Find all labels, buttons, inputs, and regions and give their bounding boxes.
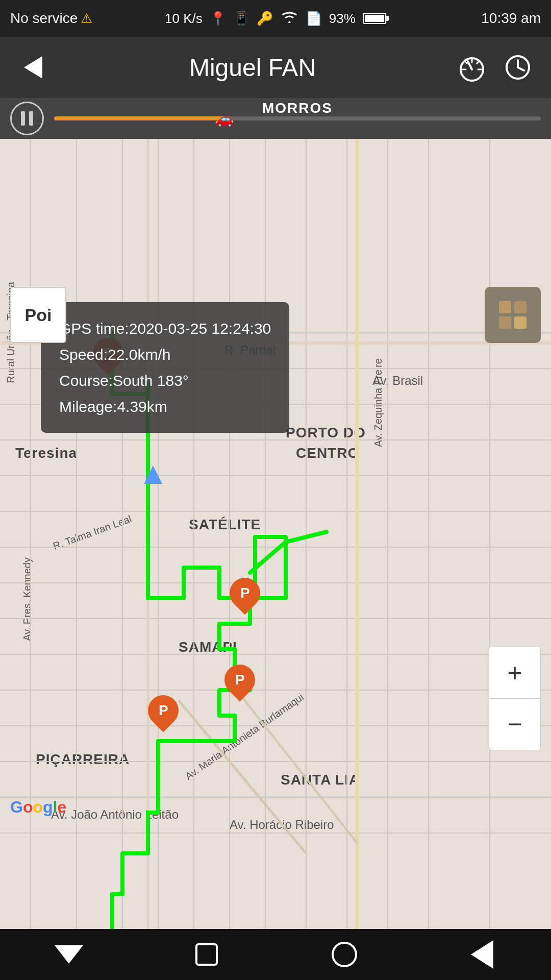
nav-bar <box>0 929 551 980</box>
svg-rect-43 <box>514 301 527 313</box>
map-pin-4: P <box>148 695 179 726</box>
svg-rect-41 <box>499 301 511 313</box>
status-bar: No service ⚠ 10 K/s 📍 📱 🔑 📄 93% 10:39 am <box>0 0 551 37</box>
map-pin-3: P <box>224 665 255 695</box>
svg-rect-42 <box>499 316 511 329</box>
nav-home-button[interactable] <box>314 934 375 975</box>
gps-speed: Speed:22.0km/h <box>59 341 271 368</box>
location-label: MORROS <box>262 100 333 116</box>
progress-track[interactable]: MORROS 🚗 <box>54 116 541 120</box>
history-button[interactable] <box>500 50 536 85</box>
gps-popup: GPS time:2020-03-25 12:24:30 Speed:22.0k… <box>41 302 289 433</box>
location-icon: 📍 <box>210 11 226 27</box>
map-pin-2: P <box>230 578 260 608</box>
svg-rect-44 <box>514 316 527 329</box>
nav-square-button[interactable] <box>176 934 237 975</box>
zoom-out-button[interactable]: − <box>489 699 540 750</box>
playback-bar: MORROS 🚗 <box>0 98 551 139</box>
battery-percent: 93% <box>329 11 356 27</box>
speed-text: 10 K/s <box>165 11 203 27</box>
key-icon: 🔑 <box>257 11 273 27</box>
wifi-icon <box>280 10 298 28</box>
file-icon: 📄 <box>306 11 322 27</box>
header-icons <box>454 50 536 85</box>
gps-mileage: Mileage:4.39km <box>59 394 271 420</box>
gps-course: Course:South 183° <box>59 368 271 394</box>
google-logo: Google <box>10 798 66 817</box>
speedometer-button[interactable] <box>454 50 490 85</box>
time-text: 10:39 am <box>481 10 541 27</box>
warning-icon: ⚠ <box>81 11 92 27</box>
phone-icon: 📱 <box>233 11 249 27</box>
poi-button[interactable]: Poi <box>10 287 66 343</box>
layer-toggle-button[interactable] <box>485 287 541 343</box>
pause-button[interactable] <box>10 102 44 135</box>
nav-back-button[interactable] <box>452 934 513 975</box>
svg-line-40 <box>224 675 357 843</box>
map-area[interactable]: Poi Teresina PORTO DO CENTRO SATÉLITE SA… <box>0 139 551 929</box>
svg-line-5 <box>477 61 480 64</box>
battery-icon <box>363 13 386 24</box>
svg-line-39 <box>179 700 306 853</box>
page-title: Miguel FAN <box>51 54 454 82</box>
progress-thumb[interactable]: 🚗 <box>212 110 237 127</box>
gps-time: GPS time:2020-03-25 12:24:30 <box>59 315 271 341</box>
progress-fill <box>54 116 224 120</box>
nav-down-button[interactable] <box>38 934 99 975</box>
no-service-text: No service <box>10 10 78 27</box>
svg-line-4 <box>465 61 467 64</box>
current-position-marker <box>144 465 162 484</box>
app-header: Miguel FAN <box>0 37 551 98</box>
zoom-in-button[interactable]: + <box>489 647 540 698</box>
back-button[interactable] <box>15 50 51 85</box>
svg-line-8 <box>518 67 524 70</box>
zoom-controls: + − <box>489 647 541 750</box>
